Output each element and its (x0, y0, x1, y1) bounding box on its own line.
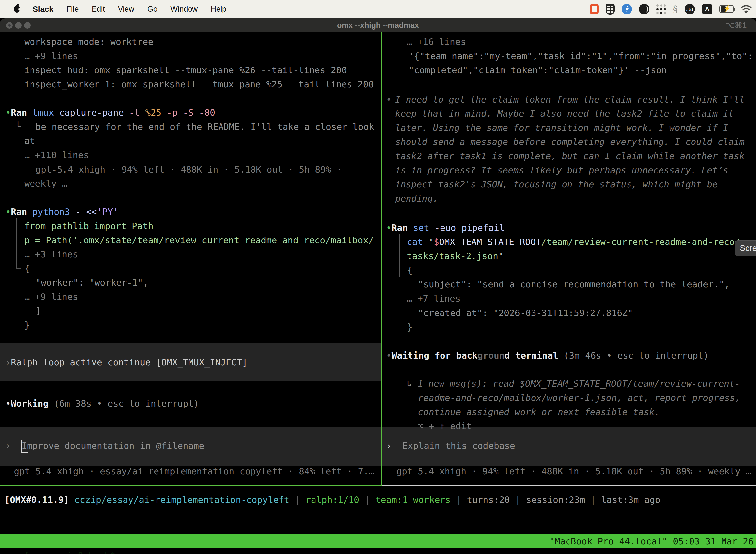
log-line: inspect_worker-1: omx sparkshell --tmux-… (24, 77, 374, 91)
thinking-line: task2 after task1 is complete, but can I… (395, 149, 745, 163)
menu-edit[interactable]: Edit (92, 5, 105, 14)
bullet-icon: • (5, 207, 11, 217)
inject-status-line: ›Ralph loop active continue [OMX_TMUX_IN… (5, 355, 247, 369)
prompt-chevron-icon: › (5, 357, 11, 367)
tmux-status-bar: [omx-cczip0:bash* "MacBook-Pro-44.local"… (0, 534, 756, 548)
bullet-icon: • (5, 107, 11, 118)
log-line: workspace_mode: worktree (24, 35, 153, 49)
arc-browser-icon[interactable] (639, 4, 649, 14)
wifi-icon[interactable] (741, 5, 752, 13)
battery-percent-badge-icon[interactable]: ..61 (685, 4, 695, 14)
left-pane-statusline: gpt-5.4 xhigh · essay/ai-reimplementatio… (14, 464, 374, 478)
window-shortcut: ⌥⌘1 (726, 18, 747, 32)
prompt-chevron-icon: › (5, 441, 11, 451)
omx-hud-line: [OMX#0.11.9] cczip/essay/ai-reimplementa… (4, 493, 660, 507)
output-line: } (407, 320, 413, 334)
a-key-icon[interactable]: A (702, 4, 712, 14)
right-pane-bottom-border (382, 485, 756, 486)
output-line: "worker": "worker-1", (36, 276, 148, 290)
log-line: "completed","claim_token":"claim-token"}… (409, 63, 667, 77)
menu-help[interactable]: Help (210, 5, 227, 14)
menu-file[interactable]: File (66, 5, 79, 14)
bullet-icon: • (386, 350, 392, 361)
output-line: be necessary for the end of the README. … (36, 120, 374, 134)
mailbox-msg-line: ↳ 1 new msg(s): read $OMX_TEAM_STATE_ROO… (407, 377, 740, 391)
tmux-session-label[interactable]: [omx-cczip0:bash* (21, 550, 115, 554)
edit-shortcut-hint: ⌥ + ↑ edit (418, 419, 472, 433)
output-line: … +110 lines (24, 148, 89, 162)
cat-command-line: tasks/task-2.json" (407, 249, 504, 263)
output-line: "created_at": "2026-03-31T11:59:27.816Z" (418, 306, 633, 320)
bolt-circle-icon[interactable] (622, 4, 632, 14)
code-line: p = Path('.omx/state/team/review-current… (24, 233, 374, 247)
output-line: … +3 lines (24, 247, 78, 261)
log-line: '{"team_name":"my-team","task_id":"1","f… (409, 49, 753, 63)
tree-elbow (399, 234, 404, 277)
screen-tooltip: Scre (735, 240, 756, 256)
mailbox-msg-line: continue assigned work or next feasible … (418, 405, 660, 419)
thinking-line: pending. (395, 191, 438, 206)
log-line: inspect_hud: omx sparkshell --tmux-pane … (24, 63, 347, 77)
output-line: … +9 lines (24, 290, 78, 304)
thinking-line: is in progress? It seems likely but perh… (395, 163, 729, 177)
screen: Slack File Edit View Go Window Help § ..… (0, 0, 756, 554)
left-pane-bottom-border (0, 485, 382, 486)
output-line: … +7 lines (407, 291, 460, 306)
apple-menu-icon[interactable] (14, 6, 20, 13)
elbow-glyph: └ (15, 120, 21, 134)
output-line: weekly … (24, 176, 67, 190)
mailbox-msg-line: readme-and-reco/mailbox/worker-1.json, a… (418, 391, 740, 405)
shield-grid-icon[interactable] (606, 4, 615, 15)
bullet-icon: • (386, 223, 392, 233)
cat-command-line: cat "$OMX_TEAM_STATE_ROOT/team/review-cu… (407, 235, 740, 249)
output-line: { (24, 261, 30, 276)
placeholder-text: Explain this codebase (402, 441, 515, 451)
menu-app-name[interactable]: Slack (33, 5, 54, 14)
window-titlebar[interactable]: omx --xhigh --madmax ⌥⌘1 (0, 18, 756, 32)
output-line: } (24, 318, 30, 332)
output-line: gpt-5.4 xhigh · 94% left · 488K in · 5.1… (36, 162, 342, 176)
thinking-line: should send a message before completing … (395, 135, 745, 149)
menu-view[interactable]: View (118, 5, 134, 14)
ran-tmux-line: •Ran tmux capture-pane -t %25 -p -S -80 (5, 106, 215, 120)
output-line: "subject": "send a concise recommendatio… (418, 277, 730, 291)
log-line: … +9 lines (24, 49, 78, 63)
window-title: omx --xhigh --madmax (0, 18, 756, 32)
tailscale-icon[interactable]: § (673, 4, 678, 15)
dots-grid-icon[interactable] (656, 4, 666, 14)
ran-set-line: •Ran set -euo pipefail (386, 221, 504, 235)
text-cursor (21, 440, 28, 453)
battery-icon[interactable]: ⚡ (719, 5, 734, 13)
left-prompt-input[interactable]: › Improve documentation in @filename (5, 439, 204, 453)
right-prompt-input[interactable]: › Explain this codebase (386, 439, 515, 453)
tmux-host-clock: "MacBook-Pro-44.local" 05:03 31-Mar-26 (549, 534, 754, 548)
menu-window[interactable]: Window (170, 5, 198, 14)
code-line: from pathlib import Path (24, 219, 153, 233)
ran-python-line: •Ran python3 - <<'PY' (5, 205, 118, 219)
output-line: at (24, 134, 35, 148)
thinking-line: later. Using the same for transition mig… (395, 121, 729, 135)
return-arrow-icon: ↳ (407, 379, 412, 389)
thinking-line: inspect task2's JSON, focusing on the st… (395, 177, 717, 191)
thinking-line: keep that in mind. Maybe I also need the… (395, 107, 734, 121)
right-pane-statusline: gpt-5.4 xhigh · 94% left · 488K in · 5.1… (396, 464, 751, 478)
waiting-status-line: •Waiting for background terminal (3m 46s… (386, 348, 709, 363)
placeholder-text: mprove documentation in @filename (27, 441, 204, 451)
screenshot-app-icon[interactable] (590, 4, 599, 14)
bullet-icon: • (386, 92, 392, 107)
output-line: { (407, 263, 413, 277)
working-status-line: •Working (6m 38s • esc to interrupt) (5, 396, 199, 410)
bullet-icon: • (5, 398, 11, 408)
tree-elbow (16, 218, 21, 269)
prompt-chevron-icon: › (386, 441, 392, 451)
menu-go[interactable]: Go (147, 5, 158, 14)
tmux-pane-divider[interactable] (381, 32, 382, 486)
thinking-line: I need to get the claim token from the c… (395, 92, 745, 107)
output-line: ] (36, 304, 41, 318)
log-line: … +16 lines (407, 35, 466, 49)
menu-bar: Slack File Edit View Go Window Help § ..… (0, 0, 756, 18)
